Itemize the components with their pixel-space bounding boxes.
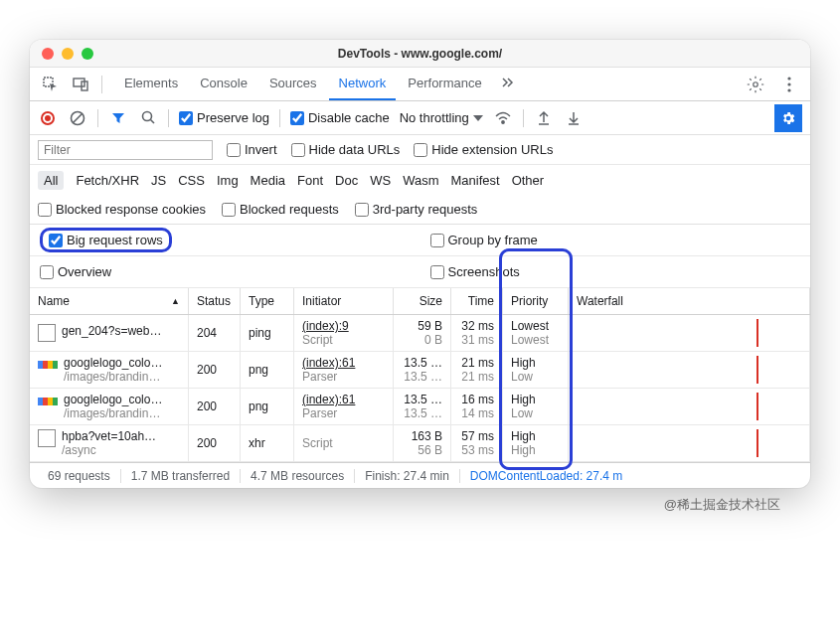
big-request-rows-checkbox[interactable]: Big request rows [49, 233, 163, 247]
throttling-select[interactable]: No throttling [400, 110, 483, 125]
close-icon[interactable] [42, 48, 54, 60]
request-table: Name Status Type Initiator Size Time Pri… [30, 288, 810, 462]
upload-har-icon[interactable] [534, 108, 554, 128]
table-row[interactable]: googlelogo_colo…/images/brandin…200png(i… [30, 352, 810, 389]
tab-network[interactable]: Network [329, 68, 397, 100]
cell-type: png [241, 389, 294, 424]
table-row[interactable]: gen_204?s=web…204ping(index):9Script59 B… [30, 315, 810, 352]
third-party-checkbox[interactable]: 3rd-party requests [355, 202, 478, 217]
type-img[interactable]: Img [217, 173, 239, 188]
cell-size: 59 B0 B [394, 315, 451, 351]
more-tabs-icon[interactable] [494, 68, 520, 93]
blocked-cookies-checkbox[interactable]: Blocked response cookies [38, 202, 206, 217]
options-row-2: Overview Screenshots [30, 256, 810, 288]
cell-time: 16 ms14 ms [451, 389, 503, 424]
svg-point-6 [787, 88, 790, 91]
table-header: Name Status Type Initiator Size Time Pri… [30, 288, 810, 315]
column-initiator[interactable]: Initiator [294, 288, 394, 314]
tab-sources[interactable]: Sources [259, 68, 327, 100]
options-row-1: Big request rows Group by frame [30, 225, 810, 256]
cell-status: 200 [189, 425, 241, 461]
hide-ext-urls-checkbox[interactable]: Hide extension URLs [414, 142, 553, 157]
status-dcl: DOMContentLoaded: 27.4 m [460, 469, 632, 483]
svg-line-8 [74, 113, 83, 122]
svg-rect-1 [74, 79, 84, 86]
file-icon [38, 324, 56, 342]
type-js[interactable]: JS [151, 173, 166, 188]
cell-waterfall [569, 389, 810, 424]
titlebar: DevTools - www.google.com/ [30, 40, 810, 68]
svg-point-3 [754, 81, 758, 86]
search-icon[interactable] [138, 108, 158, 128]
cell-status: 200 [189, 389, 241, 424]
column-status[interactable]: Status [189, 288, 241, 314]
cell-initiator: (index):9Script [294, 315, 394, 351]
overview-checkbox[interactable]: Overview [40, 264, 111, 279]
cell-initiator: (index):61Parser [294, 352, 394, 388]
type-fetch-xhr[interactable]: Fetch/XHR [76, 173, 139, 188]
type-font[interactable]: Font [297, 173, 323, 188]
column-waterfall[interactable]: Waterfall [569, 288, 810, 314]
tab-console[interactable]: Console [190, 68, 257, 100]
initiator-link[interactable]: (index):61 [302, 393, 385, 406]
column-name[interactable]: Name [30, 288, 189, 314]
blocked-filter-bar: Blocked response cookies Blocked request… [30, 195, 810, 225]
table-row[interactable]: googlelogo_colo…/images/brandin…200png(i… [30, 389, 810, 425]
cell-name: gen_204?s=web… [30, 315, 189, 351]
blocked-requests-checkbox[interactable]: Blocked requests [222, 202, 339, 217]
type-all[interactable]: All [38, 171, 64, 190]
type-doc[interactable]: Doc [335, 173, 358, 188]
resource-type-filter: All Fetch/XHR JS CSS Img Media Font Doc … [30, 165, 810, 195]
watermark: @稀土掘金技术社区 [30, 488, 810, 514]
clear-icon[interactable] [68, 108, 87, 128]
kebab-menu-icon[interactable] [776, 72, 802, 97]
status-resources: 4.7 MB resources [241, 469, 355, 483]
table-row[interactable]: hpba?vet=10ah…/async200xhrScript163 B56 … [30, 425, 810, 462]
column-priority[interactable]: Priority [503, 288, 569, 314]
record-button[interactable] [38, 108, 58, 128]
type-media[interactable]: Media [251, 173, 285, 188]
column-time[interactable]: Time [451, 288, 503, 314]
invert-checkbox[interactable]: Invert [227, 142, 277, 157]
wifi-icon[interactable] [493, 108, 513, 128]
filter-input[interactable] [38, 140, 213, 160]
inspect-icon[interactable] [38, 72, 64, 97]
type-ws[interactable]: WS [370, 173, 391, 188]
settings-icon[interactable] [743, 72, 768, 97]
column-size[interactable]: Size [394, 288, 451, 314]
filter-icon[interactable] [108, 108, 128, 128]
group-by-frame-checkbox[interactable]: Group by frame [430, 233, 538, 247]
initiator-link[interactable]: (index):9 [302, 319, 385, 333]
type-other[interactable]: Other [512, 173, 545, 188]
column-type[interactable]: Type [241, 288, 294, 314]
network-settings-button[interactable] [774, 104, 802, 132]
type-manifest[interactable]: Manifest [450, 173, 499, 188]
file-icon [38, 429, 56, 447]
status-requests: 69 requests [38, 469, 121, 483]
network-toolbar: Preserve log Disable cache No throttling [30, 101, 810, 135]
screenshots-checkbox[interactable]: Screenshots [430, 264, 520, 279]
cell-time: 32 ms31 ms [451, 315, 503, 351]
filter-bar: Invert Hide data URLs Hide extension URL… [30, 135, 810, 165]
tab-performance[interactable]: Performance [398, 68, 491, 100]
type-css[interactable]: CSS [178, 173, 205, 188]
minimize-icon[interactable] [62, 48, 74, 60]
cell-priority: HighLow [503, 352, 569, 388]
download-har-icon[interactable] [564, 108, 584, 128]
cell-type: png [241, 352, 294, 388]
status-finish: Finish: 27.4 min [355, 469, 460, 483]
divider [279, 109, 280, 127]
maximize-icon[interactable] [82, 48, 93, 60]
device-toggle-icon[interactable] [68, 72, 93, 97]
table-body: gen_204?s=web…204ping(index):9Script59 B… [30, 315, 810, 462]
tab-elements[interactable]: Elements [114, 68, 188, 100]
cell-priority: HighHigh [503, 425, 569, 461]
traffic-lights [42, 48, 93, 60]
svg-point-9 [142, 112, 151, 121]
disable-cache-checkbox[interactable]: Disable cache [290, 110, 390, 125]
svg-point-4 [787, 77, 790, 80]
initiator-link[interactable]: (index):61 [302, 356, 385, 370]
hide-data-urls-checkbox[interactable]: Hide data URLs [291, 142, 401, 157]
preserve-log-checkbox[interactable]: Preserve log [179, 110, 269, 125]
type-wasm[interactable]: Wasm [403, 173, 438, 188]
